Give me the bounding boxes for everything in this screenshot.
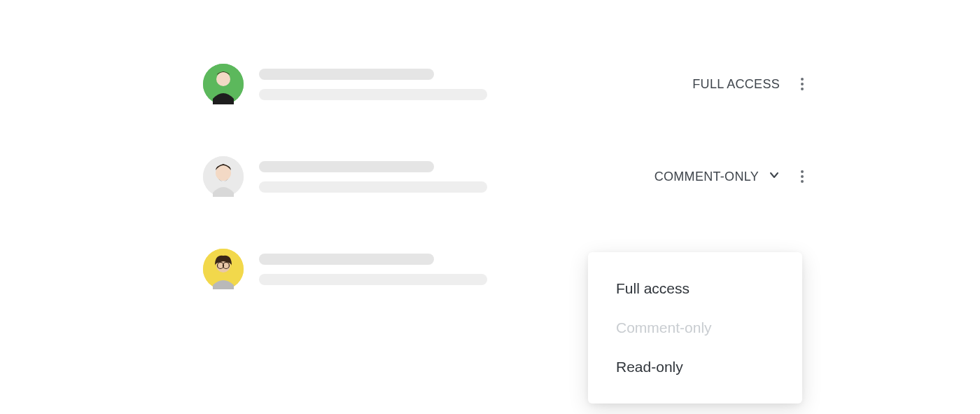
placeholder-line (259, 254, 434, 265)
placeholder-line (259, 161, 434, 172)
placeholder-line (259, 274, 487, 285)
access-level-label[interactable]: FULL ACCESS (692, 77, 780, 92)
access-level-dropdown[interactable]: COMMENT-ONLY (654, 170, 780, 184)
more-options-icon[interactable] (799, 74, 805, 95)
placeholder-line (259, 181, 487, 193)
chevron-down-icon (769, 170, 780, 184)
placeholder-line (259, 69, 434, 80)
avatar[interactable] (203, 64, 244, 104)
user-row: FULL ACCESS (203, 63, 805, 105)
user-row: COMMENT-ONLY (203, 156, 805, 198)
placeholder-line (259, 89, 487, 100)
dropdown-option-full-access[interactable]: Full access (588, 269, 802, 308)
user-info-placeholder (259, 161, 654, 193)
avatar[interactable] (203, 249, 244, 289)
svg-point-2 (218, 72, 229, 83)
user-access-list: FULL ACCESS COMMENT-ONLY (203, 63, 805, 340)
avatar[interactable] (203, 156, 244, 197)
dropdown-option-read-only[interactable]: Read-only (588, 347, 802, 387)
access-dropdown-menu: Full access Comment-only Read-only (588, 252, 802, 403)
access-text: FULL ACCESS (692, 77, 780, 92)
more-options-icon[interactable] (799, 166, 805, 187)
user-info-placeholder (259, 69, 692, 100)
access-text: COMMENT-ONLY (654, 170, 759, 184)
dropdown-option-comment-only[interactable]: Comment-only (588, 308, 802, 347)
